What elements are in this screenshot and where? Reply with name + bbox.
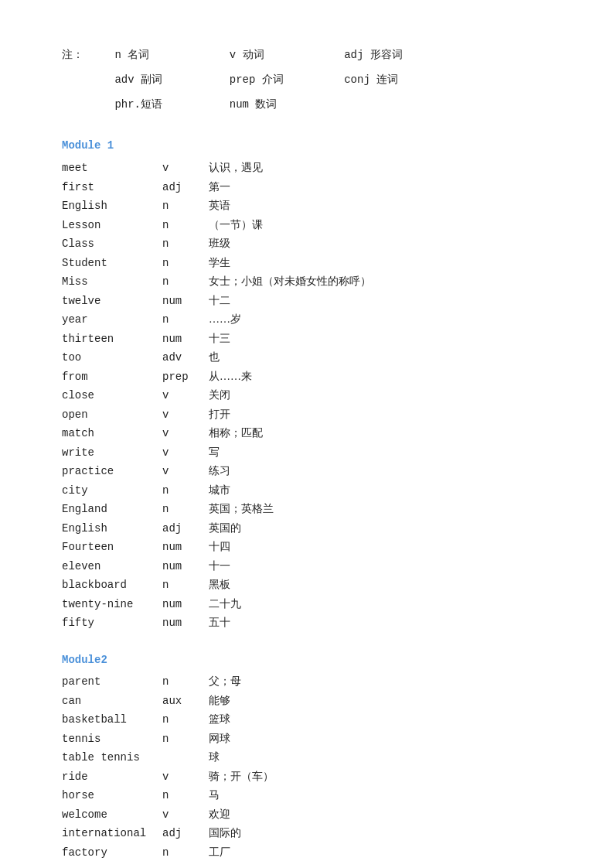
vocab-row: Missn女士；小姐（对未婚女性的称呼） <box>62 272 551 292</box>
vocab-row: canaux能够 <box>62 692 551 711</box>
vocab-row: yearn……岁 <box>62 310 551 330</box>
vocab-meaning: 十四 <box>209 538 230 557</box>
vocab-meaning: 二十九 <box>209 595 241 614</box>
vocab-word: English <box>62 196 162 216</box>
vocab-meaning: 城市 <box>209 481 230 501</box>
vocab-word: England <box>62 500 162 519</box>
vocab-word: thirteen <box>62 330 162 349</box>
vocab-word: eleven <box>62 557 162 576</box>
vocab-row: tooadv也 <box>62 348 551 367</box>
vocab-word: year <box>62 310 162 330</box>
vocab-pos: adv <box>162 348 209 367</box>
vocab-pos: v <box>162 443 209 463</box>
vocab-word: English <box>62 519 162 538</box>
legend-section: 注： n 名词 v 动词 adj 形容词 adv 副词 prep 介词 conj… <box>62 46 551 114</box>
vocab-meaning: 女士；小姐（对未婚女性的称呼） <box>209 272 371 292</box>
vocab-meaning: 五十 <box>209 613 230 633</box>
vocab-word: Miss <box>62 272 162 292</box>
vocab-row: writev写 <box>62 443 551 463</box>
vocab-row: cityn城市 <box>62 481 551 501</box>
vocab-word: blackboard <box>62 576 162 595</box>
vocab-word: can <box>62 692 162 711</box>
vocab-meaning: 班级 <box>209 234 230 254</box>
vocab-pos: adj <box>162 519 209 538</box>
vocab-row: meetv认识，遇见 <box>62 159 551 178</box>
vocab-pos: num <box>162 595 209 614</box>
vocab-word: Fourteen <box>62 538 162 557</box>
vocab-meaning: 练习 <box>209 462 230 481</box>
legend-adv: adv 副词 <box>114 71 223 90</box>
vocab-pos: n <box>162 272 209 292</box>
vocab-meaning: 球 <box>209 748 220 767</box>
vocab-row: factoryn工厂 <box>62 843 551 863</box>
vocab-meaning: 英国的 <box>209 519 241 538</box>
vocab-row: Studentn学生 <box>62 254 551 273</box>
vocab-word: tennis <box>62 730 162 749</box>
vocab-meaning: 关闭 <box>209 386 230 405</box>
vocab-row: fromprep从……来 <box>62 367 551 387</box>
vocab-row: Englandn英国；英格兰 <box>62 500 551 519</box>
module-title-0: Module 1 <box>62 137 551 155</box>
vocab-meaning: 相称；匹配 <box>209 424 263 443</box>
vocab-word: welcome <box>62 805 162 825</box>
vocab-word: meet <box>62 159 162 178</box>
vocab-pos: n <box>162 710 209 730</box>
vocab-row: Englishadj英国的 <box>62 519 551 538</box>
vocab-row: Fourteennum十四 <box>62 538 551 557</box>
legend-note: 注： <box>62 46 108 65</box>
legend-n: n 名词 <box>114 46 223 65</box>
vocab-pos: n <box>162 254 209 273</box>
legend-row-1: 注： n 名词 v 动词 adj 形容词 <box>62 46 551 65</box>
vocab-row: twenty-ninenum二十九 <box>62 595 551 614</box>
vocab-row: Englishn英语 <box>62 196 551 216</box>
vocab-row: twelvenum十二 <box>62 292 551 311</box>
vocab-meaning: 写 <box>209 443 220 463</box>
vocab-pos: n <box>162 576 209 595</box>
vocab-word: too <box>62 348 162 367</box>
vocab-meaning: ……岁 <box>209 310 241 330</box>
vocab-row: parentn父；母 <box>62 672 551 692</box>
vocab-word: parent <box>62 672 162 692</box>
vocab-meaning: 父；母 <box>209 672 241 692</box>
vocab-row: matchv相称；匹配 <box>62 424 551 443</box>
vocab-row: ridev骑；开（车） <box>62 767 551 787</box>
vocab-row: horsen马 <box>62 786 551 805</box>
vocab-row: Classn班级 <box>62 234 551 254</box>
vocab-meaning: 打开 <box>209 405 230 425</box>
vocab-meaning: 黑板 <box>209 576 230 595</box>
legend-adj: adj 形容词 <box>344 46 452 65</box>
vocab-word: table tennis <box>62 748 162 767</box>
vocab-pos: n <box>162 843 209 863</box>
vocab-pos: n <box>162 196 209 216</box>
vocab-row: table tennis球 <box>62 748 551 767</box>
vocab-row: blackboardn黑板 <box>62 576 551 595</box>
vocab-word: close <box>62 386 162 405</box>
vocab-pos: v <box>162 462 209 481</box>
vocab-pos: adj <box>162 824 209 843</box>
vocab-pos: v <box>162 424 209 443</box>
vocab-meaning: 也 <box>209 348 220 367</box>
vocab-pos: n <box>162 500 209 519</box>
legend-v: v 动词 <box>230 46 338 65</box>
vocab-meaning: 能够 <box>209 692 230 711</box>
vocab-meaning: 第一 <box>209 178 230 197</box>
vocab-word: twelve <box>62 292 162 311</box>
vocab-meaning: 骑；开（车） <box>209 767 274 787</box>
vocab-pos: num <box>162 538 209 557</box>
vocab-pos: v <box>162 405 209 425</box>
vocab-row: welcomev欢迎 <box>62 805 551 825</box>
vocab-meaning: 从……来 <box>209 367 252 387</box>
legend-prep: prep 介词 <box>230 71 338 90</box>
vocab-pos: prep <box>162 367 209 387</box>
vocab-word: horse <box>62 786 162 805</box>
legend-conj: conj 连词 <box>344 71 452 90</box>
vocab-word: factory <box>62 843 162 863</box>
vocab-pos: n <box>162 310 209 330</box>
vocab-word: international <box>62 824 162 843</box>
vocab-pos: aux <box>162 692 209 711</box>
vocab-meaning: 国际的 <box>209 824 241 843</box>
legend-row-2: adv 副词 prep 介词 conj 连词 <box>62 71 551 90</box>
vocab-meaning: 欢迎 <box>209 805 230 825</box>
vocab-word: write <box>62 443 162 463</box>
legend-row-3: phr.短语 num 数词 <box>62 96 551 114</box>
